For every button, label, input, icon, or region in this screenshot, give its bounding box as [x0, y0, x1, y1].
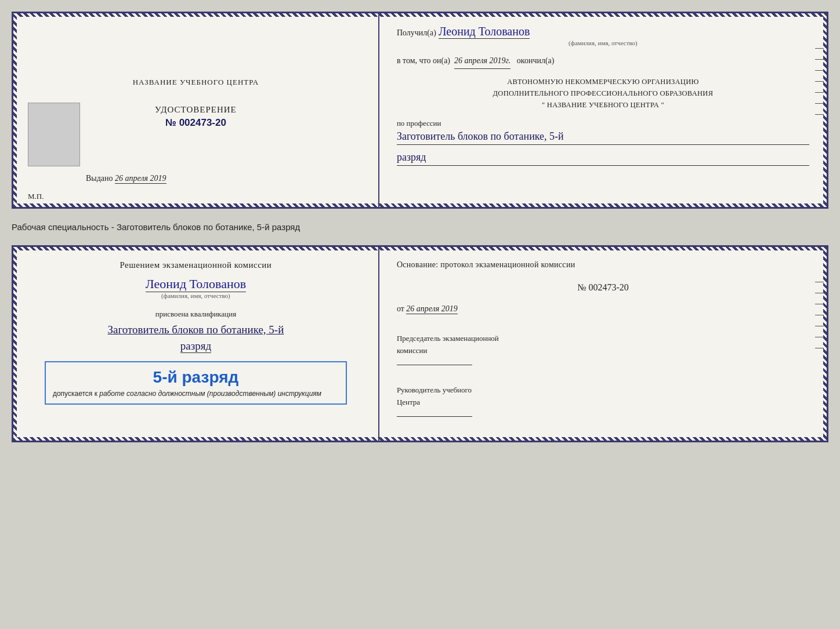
from-date: от 26 апреля 2019	[397, 304, 809, 314]
head-sign-line	[397, 409, 809, 421]
dash-b6	[815, 337, 824, 337]
stamp-box: 5-й разряд допускается к работе согласно…	[45, 361, 347, 405]
stamp-allowed-prefix: допускается к	[53, 390, 97, 398]
profession-block: по профессии Заготовитель блоков по бота…	[397, 118, 809, 166]
stamp-allowed: допускается к работе согласно должностны…	[53, 390, 339, 398]
dash-b5	[815, 326, 824, 326]
dash-6	[815, 103, 824, 104]
date-handwritten: 26 апреля 2019г.	[454, 53, 510, 68]
training-center-title: НАЗВАНИЕ УЧЕБНОГО ЦЕНТРА	[133, 77, 259, 88]
stamp-rank: 5-й разряд	[53, 368, 339, 387]
dash-b1	[815, 282, 824, 282]
fio-hint-bottom: (фамилия, имя, отчество)	[161, 292, 230, 299]
dash-7	[815, 114, 824, 115]
head-signature	[397, 416, 472, 417]
side-dashes	[815, 48, 824, 115]
rank-handwritten-top: разряд	[397, 150, 809, 166]
dash-b2	[815, 293, 824, 293]
side-dashes-bottom	[815, 282, 824, 348]
stamp-allowed-italic: работе согласно должностным (производств…	[99, 390, 321, 398]
bottom-doc-right: Основание: протокол экзаменационной коми…	[379, 247, 827, 441]
bottom-document: Решением экзаменационной комиссии Леонид…	[12, 245, 828, 442]
chairman-label1: Председатель экзаменационной	[397, 333, 809, 345]
basis-title: Основание: протокол экзаменационной коми…	[397, 259, 809, 271]
from-prefix: от	[397, 304, 404, 313]
assigned-label: присвоена квалификация	[155, 310, 236, 319]
from-date-value: 26 апреля 2019	[406, 304, 457, 314]
certificate-number: № 002473-20	[165, 117, 226, 129]
date-prefix: в том, что он(а)	[397, 56, 450, 65]
bottom-doc-left: Решением экзаменационной комиссии Леонид…	[13, 247, 379, 441]
received-prefix: Получил(а)	[397, 28, 436, 37]
top-doc-right: Получил(а) Леонид Толованов (фамилия, им…	[379, 13, 827, 207]
mp-label: М.П.	[28, 192, 44, 201]
head-label1: Руководитель учебного	[397, 384, 809, 397]
chairman-sign-line	[397, 357, 809, 369]
profession-handwritten: Заготовитель блоков по ботанике, 5-й	[397, 129, 809, 145]
issued-line: Выдано 26 апреля 2019	[86, 174, 166, 184]
person-name-bottom: Леонид Толованов	[146, 277, 246, 292]
dash-3	[815, 70, 824, 71]
dash-1	[815, 48, 824, 49]
chairman-block: Председатель экзаменационной комиссии	[397, 333, 809, 369]
commission-title: Решением экзаменационной комиссии	[120, 259, 271, 272]
chairman-signature	[397, 365, 472, 365]
chairman-label2: комиссии	[397, 345, 809, 357]
dash-4	[815, 81, 824, 82]
specialty-label: Рабочая специальность - Заготовитель бло…	[12, 219, 828, 235]
top-doc-left: НАЗВАНИЕ УЧЕБНОГО ЦЕНТРА УДОСТОВЕРЕНИЕ №…	[13, 13, 379, 207]
recipient-block: Получил(а) Леонид Толованов (фамилия, им…	[397, 25, 809, 46]
recipient-name: Леонид Толованов	[439, 25, 530, 39]
org-line1: АВТОНОМНУЮ НЕКОММЕРЧЕСКУЮ ОРГАНИЗАЦИЮ	[397, 76, 809, 88]
top-document: НАЗВАНИЕ УЧЕБНОГО ЦЕНТРА УДОСТОВЕРЕНИЕ №…	[12, 12, 828, 209]
issued-date: 26 апреля 2019	[115, 174, 166, 184]
head-label2: Центра	[397, 397, 809, 409]
issued-prefix: Выдано	[86, 174, 113, 183]
date-line: в том, что он(а) 26 апреля 2019г. окончи…	[397, 53, 809, 68]
dash-b4	[815, 315, 824, 315]
fio-hint-top: (фамилия, имя, отчество)	[397, 39, 809, 46]
head-block: Руководитель учебного Центра	[397, 384, 809, 420]
org-block: АВТОНОМНУЮ НЕКОММЕРЧЕСКУЮ ОРГАНИЗАЦИЮ ДО…	[397, 76, 809, 111]
certificate-label: УДОСТОВЕРЕНИЕ	[155, 105, 237, 115]
photo-placeholder	[28, 103, 80, 166]
qualification-handwritten: Заготовитель блоков по ботанике, 5-й	[108, 322, 284, 338]
org-line3: " НАЗВАНИЕ УЧЕБНОГО ЦЕНТРА "	[397, 99, 809, 111]
org-line2: ДОПОЛНИТЕЛЬНОГО ПРОФЕССИОНАЛЬНОГО ОБРАЗО…	[397, 88, 809, 99]
profession-prefix: по профессии	[397, 119, 441, 128]
rank-bottom-handwritten: разряд	[180, 340, 211, 353]
page-wrapper: НАЗВАНИЕ УЧЕБНОГО ЦЕНТРА УДОСТОВЕРЕНИЕ №…	[12, 12, 828, 442]
dash-5	[815, 92, 824, 93]
dash-b7	[815, 348, 824, 348]
dash-2	[815, 59, 824, 60]
protocol-number: № 002473-20	[397, 282, 809, 293]
date-suffix: окончил(а)	[517, 56, 555, 65]
dash-b3	[815, 304, 824, 304]
